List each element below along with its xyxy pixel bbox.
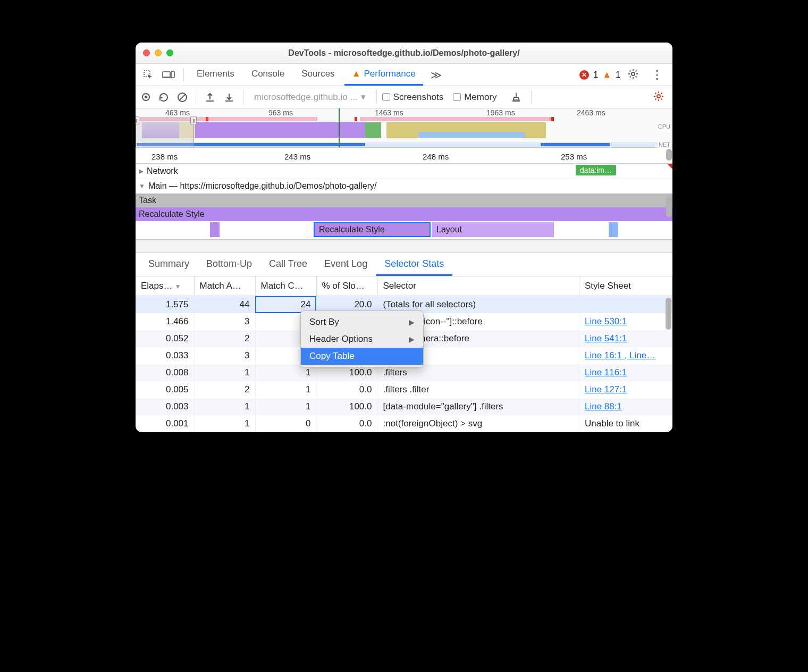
- tracks-footer: [136, 239, 672, 253]
- cpu-graph: [142, 122, 672, 138]
- stylesheet-link[interactable]: Line 127:1: [585, 384, 627, 394]
- table-row[interactable]: 0.003 1 1 100.0 [data-module="gallery"] …: [136, 398, 672, 415]
- recalc-label: Recalculate Style: [139, 209, 205, 219]
- recording-dropdown[interactable]: microsoftedge.github.io ... ▾: [249, 91, 371, 103]
- cell-elapsed: 0.003: [136, 398, 194, 415]
- window-controls: [143, 49, 173, 56]
- maximize-icon[interactable]: [166, 49, 173, 56]
- col-stylesheet[interactable]: Style Sheet: [579, 276, 672, 296]
- recalc-style-entry[interactable]: Recalculate Style: [136, 207, 672, 221]
- main-track-header[interactable]: ▼ Main — https://microsoftedge.github.io…: [136, 179, 672, 194]
- issues-badges[interactable]: ✕ 1 ▲ 1: [579, 70, 620, 80]
- dropdown-label: microsoftedge.github.io ...: [254, 92, 358, 103]
- tab-performance[interactable]: ▲ Performance: [344, 64, 423, 86]
- cell-match-attempts: 3: [194, 347, 255, 364]
- menu-header-options[interactable]: Header Options ▶: [301, 331, 423, 348]
- flame-entry[interactable]: [210, 222, 220, 237]
- flame-row: Recalculate Style Layout: [136, 221, 672, 239]
- tab-performance-label: Performance: [364, 69, 415, 79]
- stylesheet-link[interactable]: Line 88:1: [585, 401, 622, 411]
- menu-label: Header Options: [309, 334, 373, 345]
- screenshots-label: Screenshots: [393, 92, 444, 103]
- net-graph: [142, 142, 672, 147]
- layout-entry[interactable]: Layout: [432, 222, 554, 237]
- minimize-icon[interactable]: [155, 49, 162, 56]
- tab-summary[interactable]: Summary: [140, 253, 198, 276]
- network-track-header[interactable]: ▶ Network data:im…: [136, 164, 672, 179]
- stylesheet-link[interactable]: Line 16:1 , Line…: [585, 350, 655, 360]
- overview-bar: [360, 117, 551, 121]
- col-percent-slow[interactable]: % of Slo…: [316, 276, 377, 296]
- table-row[interactable]: 0.001 1 0 0.0 :not(foreignObject) > svg …: [136, 415, 672, 432]
- tab-bottom-up[interactable]: Bottom-Up: [198, 253, 260, 276]
- menu-label: Sort By: [309, 317, 339, 327]
- reload-icon[interactable]: [155, 92, 172, 103]
- network-entry[interactable]: data:im…: [576, 165, 616, 175]
- task-entry[interactable]: Task: [136, 194, 672, 207]
- cell-elapsed: 0.052: [136, 330, 194, 347]
- tracks-scrollbar[interactable]: [666, 196, 672, 217]
- selection-handle-left[interactable]: [136, 116, 139, 124]
- col-elapsed[interactable]: Elaps…▼: [136, 276, 194, 296]
- cell-selector: [data-module="gallery"] .filters: [377, 398, 579, 415]
- inspect-icon[interactable]: [140, 70, 157, 80]
- timeline-ruler[interactable]: 238 ms 243 ms 248 ms 253 ms: [136, 148, 672, 164]
- cell-selector: .filters .filter: [377, 381, 579, 398]
- col-match-count[interactable]: Match C…: [255, 276, 316, 296]
- download-icon[interactable]: [221, 92, 238, 103]
- cell-match-attempts: 2: [194, 330, 255, 347]
- network-label: Network: [147, 166, 178, 176]
- timeline-overview[interactable]: 463 ms 963 ms 1463 ms 1963 ms 2463 ms CP…: [136, 108, 672, 148]
- window-title: DevTools - microsoftedge.github.io/Demos…: [136, 48, 672, 58]
- garbage-collect-icon[interactable]: [507, 92, 526, 103]
- recalc-style-entry-selected[interactable]: Recalculate Style: [314, 222, 431, 237]
- svg-rect-1: [163, 72, 170, 77]
- stylesheet-link[interactable]: Line 541:1: [585, 333, 627, 343]
- tab-elements[interactable]: Elements: [189, 64, 242, 86]
- tab-call-tree[interactable]: Call Tree: [260, 253, 316, 276]
- upload-icon[interactable]: [201, 92, 218, 103]
- flame-entry[interactable]: [609, 222, 618, 237]
- chevron-down-icon: ▼: [136, 182, 148, 190]
- table-scrollbar[interactable]: [666, 298, 671, 330]
- capture-settings-icon[interactable]: [648, 91, 669, 104]
- memory-checkbox[interactable]: Memory: [453, 92, 496, 103]
- close-icon[interactable]: [143, 49, 150, 56]
- table-row[interactable]: 0.005 2 1 0.0 .filters .filter Line 127:…: [136, 381, 672, 398]
- overview-selection[interactable]: [136, 117, 194, 147]
- devtools-window: DevTools - microsoftedge.github.io/Demos…: [136, 43, 672, 432]
- ruler-tick: 238 ms: [152, 152, 178, 161]
- warning-icon: ▲: [352, 69, 361, 79]
- titlebar[interactable]: DevTools - microsoftedge.github.io/Demos…: [136, 43, 672, 64]
- tab-selector-stats[interactable]: Selector Stats: [376, 253, 452, 276]
- more-tabs-icon[interactable]: ≫: [425, 69, 447, 81]
- warning-icon: ▲: [602, 70, 611, 80]
- device-toolbar-icon[interactable]: [159, 70, 178, 80]
- record-icon[interactable]: [142, 93, 150, 101]
- selection-handle-right[interactable]: [190, 116, 197, 124]
- col-selector[interactable]: Selector: [377, 276, 579, 296]
- stylesheet-link[interactable]: Line 530:1: [585, 316, 627, 326]
- cell-match-count: 1: [255, 381, 316, 398]
- memory-label: Memory: [464, 92, 496, 103]
- tab-event-log[interactable]: Event Log: [316, 253, 376, 276]
- kebab-menu-icon[interactable]: ⋮: [646, 68, 668, 82]
- ruler-scrollbar[interactable]: [666, 149, 672, 161]
- ruler-tick: 248 ms: [423, 152, 449, 161]
- cell-sheet: Line 530:1: [579, 313, 672, 330]
- separator: [183, 68, 184, 82]
- menu-sort-by[interactable]: Sort By ▶: [301, 314, 423, 331]
- cell-match-count: 1: [255, 398, 316, 415]
- stylesheet-link[interactable]: Line 116:1: [585, 367, 627, 377]
- separator: [531, 90, 532, 104]
- col-match-attempts[interactable]: Match A…: [194, 276, 255, 296]
- screenshots-checkbox[interactable]: Screenshots: [382, 92, 444, 103]
- cell-slow: 100.0: [316, 398, 377, 415]
- settings-icon[interactable]: [622, 69, 644, 81]
- clear-icon[interactable]: [178, 93, 187, 102]
- tab-console[interactable]: Console: [244, 64, 292, 86]
- flame-chart[interactable]: ▶ Network data:im… ▼ Main — https://micr…: [136, 164, 672, 253]
- menu-copy-table[interactable]: Copy Table: [301, 348, 423, 365]
- chevron-right-icon: ▶: [409, 318, 415, 326]
- tab-sources[interactable]: Sources: [294, 64, 342, 86]
